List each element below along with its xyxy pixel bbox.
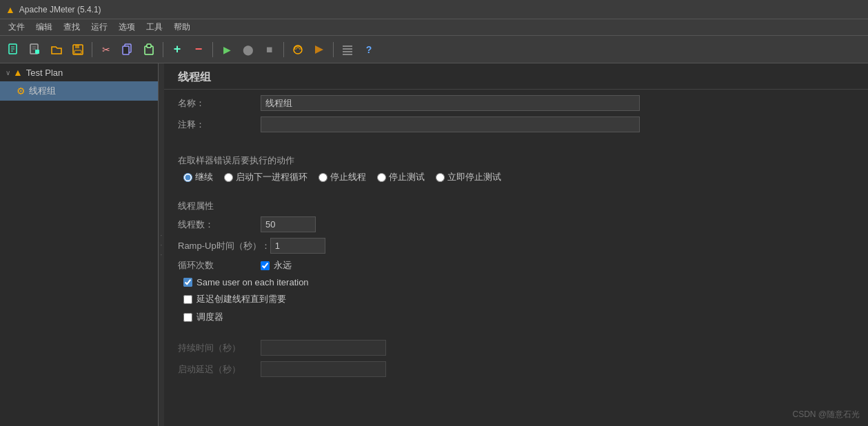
error-action-radio-group: 继续 启动下一进程循环 停止线程 停止测试 立即停止测试: [178, 171, 854, 183]
remote-stop-button[interactable]: [310, 40, 329, 59]
duration-section: 持续时间（秒） 启动延迟（秒）: [164, 334, 868, 388]
svg-rect-18: [343, 48, 352, 50]
thread-count-input[interactable]: [261, 216, 316, 232]
add-element-button[interactable]: +: [168, 40, 187, 59]
app-title: Apache JMeter (5.4.1): [19, 5, 101, 14]
radio-stop-thread[interactable]: 停止线程: [319, 171, 366, 183]
start-delay-input: [261, 361, 386, 377]
remove-element-button[interactable]: −: [189, 40, 208, 59]
remote-run-button[interactable]: [288, 40, 307, 59]
radio-continue-label: 继续: [195, 171, 213, 183]
tree-arrow-test-plan: ∨: [6, 69, 10, 77]
thread-group-label: 线程组: [29, 85, 56, 97]
duration-row: 持续时间（秒）: [178, 340, 854, 356]
svg-rect-20: [343, 54, 352, 55]
svg-rect-10: [74, 50, 81, 54]
panel-title: 线程组: [178, 71, 211, 83]
open-button[interactable]: [47, 40, 66, 59]
thread-count-row: 线程数：: [178, 216, 854, 232]
loop-count-label: 循环次数: [178, 259, 261, 272]
run-button[interactable]: ▶: [217, 40, 236, 59]
template-button[interactable]: [26, 40, 45, 59]
resize-handle[interactable]: · · ·: [159, 63, 164, 426]
separator-3: [212, 42, 213, 57]
separator-1: [92, 42, 92, 57]
radio-start-next-loop-label: 启动下一进程循环: [236, 171, 307, 183]
help-button[interactable]: ?: [359, 40, 379, 59]
radio-start-next-loop[interactable]: 启动下一进程循环: [224, 171, 307, 183]
forever-checkbox[interactable]: [261, 261, 270, 270]
menu-tools[interactable]: 工具: [141, 19, 168, 35]
loop-count-row: 循环次数 永远: [178, 259, 854, 272]
separator-2: [163, 42, 163, 57]
thread-group-icon: ⚙: [17, 85, 26, 97]
content-panel: 线程组 名称： 注释： 在取样器错误后要执行的动作 继续: [164, 63, 868, 426]
svg-point-15: [294, 45, 302, 54]
comment-label: 注释：: [178, 119, 261, 131]
menu-options[interactable]: 选项: [113, 19, 141, 35]
sidebar-item-test-plan[interactable]: ∨ ▲ Test Plan: [0, 63, 158, 81]
separator-4: [283, 42, 284, 57]
forever-label: 永远: [274, 259, 292, 272]
list-button[interactable]: [338, 40, 357, 59]
main-layout: ∨ ▲ Test Plan ⚙ 线程组 · · · 线程组 名称： 注释：: [0, 63, 868, 426]
ramp-up-label: Ramp-Up时间（秒）：: [178, 240, 270, 252]
name-input[interactable]: [261, 95, 640, 111]
svg-rect-9: [75, 45, 79, 48]
svg-marker-16: [315, 45, 323, 54]
new-button[interactable]: [4, 40, 23, 59]
scheduler-label: 调度器: [196, 311, 223, 323]
ramp-up-row: Ramp-Up时间（秒）：: [178, 238, 854, 254]
radio-continue[interactable]: 继续: [183, 171, 213, 183]
paste-button[interactable]: [139, 40, 159, 59]
ramp-up-input[interactable]: [270, 238, 325, 254]
same-user-row[interactable]: Same user on each iteration: [183, 277, 854, 287]
menu-run[interactable]: 运行: [85, 19, 113, 35]
radio-stop-test[interactable]: 停止测试: [377, 171, 425, 183]
stop-button[interactable]: ⬤: [239, 40, 258, 59]
start-delay-label: 启动延迟（秒）: [178, 363, 261, 376]
svg-rect-19: [343, 51, 352, 52]
test-plan-label: Test Plan: [26, 68, 63, 78]
stop-now-button[interactable]: ⏹: [260, 40, 279, 59]
sidebar: ∨ ▲ Test Plan ⚙ 线程组: [0, 63, 159, 426]
name-section: 名称： 注释：: [164, 90, 868, 143]
svg-rect-7: [35, 50, 39, 54]
svg-rect-14: [147, 44, 151, 48]
save-button[interactable]: [68, 40, 88, 59]
menu-help[interactable]: 帮助: [168, 19, 196, 35]
error-action-section: 在取样器错误后要执行的动作 继续 启动下一进程循环 停止线程 停止测试: [164, 143, 868, 189]
error-action-title: 在取样器错误后要执行的动作: [178, 154, 854, 167]
delayed-start-row[interactable]: 延迟创建线程直到需要: [183, 293, 854, 305]
toolbar: ✂ + − ▶ ⬤ ⏹: [0, 36, 868, 63]
comment-input[interactable]: [261, 116, 640, 132]
menu-bar: 文件 编辑 查找 运行 选项 工具 帮助: [0, 19, 868, 36]
forever-row: 永远: [261, 259, 292, 272]
scheduler-row[interactable]: 调度器: [183, 311, 854, 323]
panel-header: 线程组: [164, 63, 868, 90]
start-delay-row: 启动延迟（秒）: [178, 361, 854, 377]
sidebar-item-thread-group[interactable]: ⚙ 线程组: [0, 81, 158, 101]
app-icon: ▲: [6, 4, 15, 15]
menu-edit[interactable]: 编辑: [30, 19, 58, 35]
watermark: CSDN @随意石光: [792, 409, 860, 420]
test-plan-icon: ▲: [13, 67, 23, 78]
thread-properties-section: 线程属性 线程数： Ramp-Up时间（秒）： 循环次数 永远: [164, 189, 868, 334]
watermark-text: CSDN @随意石光: [792, 409, 860, 419]
duration-label: 持续时间（秒）: [178, 342, 261, 354]
copy-button[interactable]: [118, 40, 137, 59]
name-row: 名称：: [178, 95, 854, 111]
menu-find[interactable]: 查找: [58, 19, 85, 35]
duration-input: [261, 340, 386, 356]
scheduler-checkbox[interactable]: [183, 313, 192, 322]
radio-stop-test-label: 停止测试: [389, 171, 425, 183]
radio-stop-test-now[interactable]: 立即停止测试: [436, 171, 501, 183]
thread-count-label: 线程数：: [178, 219, 261, 231]
cut-button[interactable]: ✂: [97, 40, 116, 59]
same-user-checkbox[interactable]: [183, 278, 192, 287]
thread-properties-title: 线程属性: [178, 200, 854, 212]
delayed-start-label: 延迟创建线程直到需要: [196, 293, 286, 305]
menu-file[interactable]: 文件: [3, 19, 30, 35]
delayed-start-checkbox[interactable]: [183, 295, 192, 304]
name-label: 名称：: [178, 97, 261, 110]
